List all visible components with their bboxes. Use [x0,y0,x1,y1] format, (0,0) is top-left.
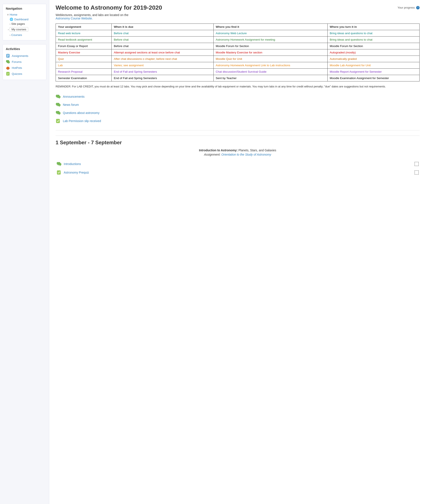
svg-text:✓: ✓ [7,73,9,75]
svg-point-9 [7,67,9,69]
table-cell-find: Moodle Mastery Exercise for section [213,49,327,56]
sidebar-item-site-pages[interactable]: › Site pages [6,21,43,26]
page-title: Welcome to Astronomy for 2019-2020 [56,4,162,11]
intro-rest: Planets, Stars, and Galaxies [238,148,276,152]
subtitle: Weblectures, assignments, and labs are l… [56,13,419,20]
table-cell-due: End of Fall and Spring Semesters [112,69,214,75]
week-item-introductions: Introductions [56,160,419,168]
questions-link[interactable]: Questions about astronomy [63,111,99,115]
table-row: Research Proposal [56,69,112,75]
courses-link[interactable]: Courses [11,33,22,36]
assignment-icon-lab [56,119,61,124]
col-header-turnin: Where you turn it in [327,24,419,30]
table-row: Forum Essay or Report [56,43,112,49]
svg-rect-24 [56,119,60,123]
table-cell-find: Moodle Forum for Section [213,43,327,49]
svg-rect-18 [57,104,60,106]
forums-label: Forums [12,60,21,63]
svg-marker-17 [57,105,57,106]
sidebar-item-forums[interactable]: Forums [6,59,43,65]
hotpots-icon [6,66,10,70]
lab-permission-link[interactable]: Lab Permission slip received [63,119,101,123]
col-header-due: When it is due [112,24,214,30]
sidebar-item-quizzes[interactable]: ✓ Quizzes [6,71,43,77]
svg-rect-3 [7,56,8,57]
table-cell-due: Varies; see assignment [112,62,214,69]
table-cell-find: Astronomy Homework Assignment Link to La… [213,62,327,69]
course-website-link[interactable]: Astronomy Course Website. [56,17,93,20]
forum-list: Announcements News forum [56,92,419,125]
introductions-checkbox[interactable] [414,162,419,166]
week-title: 1 September - 7 September [56,140,419,146]
forum-icon-announcements [56,94,61,99]
svg-marker-13 [57,97,57,98]
sidebar: Navigation ∨ Home 🌐 Dashboard › Site pag… [0,0,49,504]
table-cell-turnin: Automatically graded [327,56,419,62]
introductions-left: Introductions [57,161,81,167]
assignments-icon [6,54,10,58]
quiz-icon-prequiz [57,170,62,175]
sidebar-item-dashboard[interactable]: 🌐 Dashboard [6,17,43,21]
activities-panel: Activities Assignments [3,44,46,80]
welcome-section: Welcome to Astronomy for 2019-2020 Your … [56,4,419,130]
intro-bold: Introduction to Astronomy: [199,148,238,152]
reminder-text: REMINDER: For LAB CREDIT, you must do at… [56,84,419,89]
svg-rect-22 [57,112,60,114]
announcements-link[interactable]: Announcements [63,95,85,98]
svg-rect-29 [57,171,61,175]
orientation-link[interactable]: Orientation to the Study of Astronomy [221,153,271,156]
assignment-table: Your assignment When it is due Where you… [56,23,419,81]
week-section: 1 September - 7 September Introduction t… [56,135,419,177]
table-cell-find: Sent by Teacher [213,75,327,81]
sidebar-item-courses[interactable]: › Courses [6,33,43,37]
chevron-right-icon-3: › [10,34,10,36]
introductions-link[interactable]: Introductions [64,162,81,166]
table-row: Quiz [56,56,112,62]
svg-rect-27 [58,163,61,165]
table-cell-turnin: Moodle Forum for Section [327,43,419,49]
assignments-label: Assignments [12,54,28,57]
col-header-find: Where you find it [213,24,327,30]
table-cell-due: After chat discussions o chapter; before… [112,56,214,62]
news-forum-link[interactable]: News forum [63,103,79,106]
activities-title: Activities [6,47,43,51]
svg-marker-28 [60,165,61,166]
subtitle-text: Weblectures, assignments, and labs are l… [56,13,128,17]
progress-help-icon[interactable]: ? [416,6,419,9]
home-link[interactable]: Home [10,13,17,16]
main-content: Welcome to Astronomy for 2019-2020 Your … [49,0,426,504]
table-cell-turnin: Moodle Report Assignment for Semester [327,69,419,75]
assignment-line: Assignment: Orientation to the Study of … [56,153,419,156]
table-cell-turnin: Moodle Lab Assignment for Unit [327,62,419,69]
dashboard-link[interactable]: Dashboard [14,18,28,21]
your-progress-label: Your progress [398,6,415,9]
my-courses-label[interactable]: My courses [10,27,28,32]
svg-marker-21 [57,113,57,114]
forum-item-news: News forum [56,101,419,109]
prequiz-left: Astronomy Prequiz [57,170,89,175]
table-cell-turnin: Moodle Examination Assignment for Semest… [327,75,419,81]
prequiz-link[interactable]: Astronomy Prequiz [64,171,89,174]
table-cell-turnin: Bring ideas and questions to chat [327,36,419,43]
forum-icon-questions [56,110,61,115]
table-cell-find: Moodle Quiz for Unit [213,56,327,62]
table-row: Semester Examination [56,75,112,81]
navigation-title: Navigation [6,7,43,10]
table-cell-due: Attempt assigned sections at least once … [112,49,214,56]
chevron-down-icon: ∨ [7,13,9,16]
prequiz-checkbox[interactable] [414,170,419,175]
sidebar-item-hotpots[interactable]: HotPots [6,65,43,71]
table-cell-due: End of Fall and Spring Semesters [112,75,214,81]
sidebar-item-my-courses[interactable]: › My courses [6,26,43,33]
svg-marker-19 [59,106,60,107]
progress-area: Your progress ? [398,6,419,9]
sidebar-item-assignments[interactable]: Assignments [6,53,43,59]
quizzes-label: Quizzes [12,72,22,76]
svg-marker-15 [59,98,60,99]
hotpots-label: HotPots [12,66,22,70]
site-pages-label: Site pages [11,22,25,25]
table-cell-due: Before chat [112,43,214,49]
svg-rect-6 [7,61,10,63]
intro-line: Introduction to Astronomy: Planets, Star… [56,148,419,152]
sidebar-item-home[interactable]: ∨ Home [6,12,43,17]
